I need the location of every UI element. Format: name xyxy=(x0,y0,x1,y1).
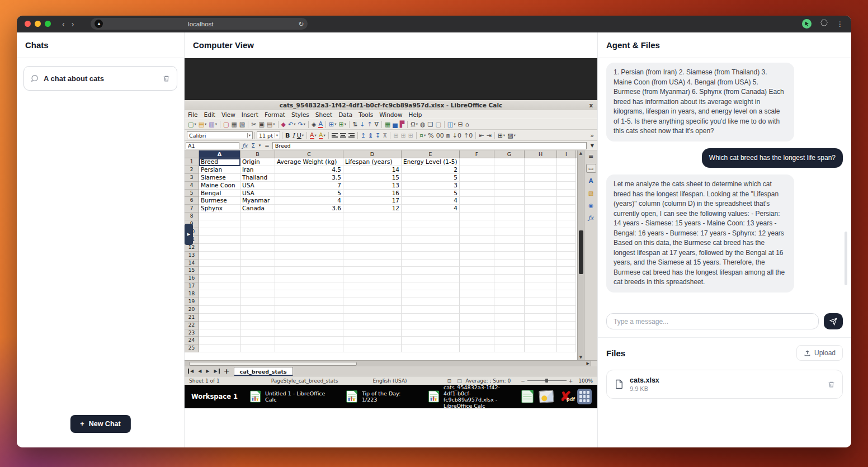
cell-H25[interactable] xyxy=(525,345,557,352)
cell-B21[interactable] xyxy=(240,314,275,322)
cell-F1[interactable] xyxy=(460,158,494,166)
increase-indent-icon[interactable]: ⇥ xyxy=(485,131,492,140)
menu-item[interactable]: Data xyxy=(338,111,352,118)
column-header-H[interactable]: H xyxy=(525,150,557,158)
taskbar-window-button[interactable]: Untitled 1 - LibreOffice Calc xyxy=(246,386,338,407)
cell-G25[interactable] xyxy=(494,345,525,352)
cell-G14[interactable] xyxy=(494,260,525,267)
cell-D5[interactable]: 16 xyxy=(343,190,402,197)
row-header-6[interactable]: 6 xyxy=(185,197,199,205)
cell-H10[interactable] xyxy=(525,228,557,236)
cell-B6[interactable]: Myanmar xyxy=(240,197,275,205)
cell-H8[interactable] xyxy=(525,213,557,220)
cell-C14[interactable] xyxy=(275,260,343,267)
cell-D22[interactable] xyxy=(343,322,402,329)
cell-E8[interactable] xyxy=(402,213,460,220)
percent-icon[interactable]: % xyxy=(427,131,435,140)
delete-file-icon[interactable] xyxy=(828,381,835,388)
cell-D11[interactable] xyxy=(343,236,402,244)
file-card[interactable]: cats.xlsx 9.9 KB xyxy=(606,370,843,399)
cell-A9[interactable] xyxy=(199,220,240,228)
cell-G12[interactable] xyxy=(494,244,525,252)
cell-B11[interactable] xyxy=(240,236,275,244)
cell-I3[interactable] xyxy=(557,174,576,182)
row-header-1[interactable]: 1 xyxy=(185,158,199,166)
highlight-color-icon[interactable]: A▾ xyxy=(318,131,327,140)
cell-H24[interactable] xyxy=(525,337,557,345)
open-icon[interactable]: ▤▾ xyxy=(197,120,208,129)
cell-C23[interactable] xyxy=(275,329,343,337)
paste-icon[interactable]: ▤▾ xyxy=(266,120,276,129)
cell-A3[interactable]: Siamese xyxy=(199,174,240,182)
cell-H7[interactable] xyxy=(525,205,557,213)
horizontal-scrollbar[interactable]: ▶ xyxy=(185,360,597,366)
row-header-4[interactable]: 4 xyxy=(185,182,199,190)
cell-B8[interactable] xyxy=(240,213,275,220)
cell-A22[interactable] xyxy=(199,322,240,329)
center-vertically-icon[interactable]: ↨ xyxy=(367,131,374,140)
cell-C22[interactable] xyxy=(275,322,343,329)
column-header-F[interactable]: F xyxy=(460,150,494,158)
cell-F25[interactable] xyxy=(460,345,494,352)
cell-B5[interactable]: USA xyxy=(240,190,275,197)
cell-E17[interactable] xyxy=(402,282,460,290)
cell-C18[interactable] xyxy=(275,290,343,298)
cell-B3[interactable]: Thailand xyxy=(240,174,275,182)
align-top-icon[interactable]: ↥ xyxy=(360,131,367,140)
cell-D12[interactable] xyxy=(343,244,402,252)
cell-I19[interactable] xyxy=(557,298,576,306)
cell-F3[interactable] xyxy=(460,174,494,182)
font-name-combo[interactable]: Calibri▾ xyxy=(187,131,253,139)
cell-E10[interactable] xyxy=(402,228,460,236)
cell-C6[interactable]: 4 xyxy=(275,197,343,205)
cell-B14[interactable] xyxy=(240,260,275,267)
unmerge-icon[interactable]: ⊞ xyxy=(407,131,414,140)
sidebar-navigator-icon[interactable]: ◉ xyxy=(586,201,596,210)
cell-D17[interactable] xyxy=(343,282,402,290)
cell-H23[interactable] xyxy=(525,329,557,337)
cell-H16[interactable] xyxy=(525,275,557,282)
language[interactable]: English (USA) xyxy=(373,378,407,384)
cell-H11[interactable] xyxy=(525,236,557,244)
function-wizard-icon[interactable]: ƒx xyxy=(241,143,248,149)
menu-item[interactable]: View xyxy=(221,111,235,118)
cell-C4[interactable]: 7 xyxy=(275,182,343,190)
row-header-5[interactable]: 5 xyxy=(185,190,199,197)
cell-E18[interactable] xyxy=(402,290,460,298)
cell-A21[interactable] xyxy=(199,314,240,322)
sort-ascending-icon[interactable]: ↓ xyxy=(358,120,366,129)
export-pdf-icon[interactable]: ▢ xyxy=(222,120,230,129)
first-sheet-icon[interactable]: ◀ xyxy=(188,369,196,374)
cell-D20[interactable] xyxy=(343,306,402,314)
cell-C8[interactable] xyxy=(275,213,343,220)
bold-icon[interactable]: B xyxy=(284,131,291,140)
new-chat-button[interactable]: + New Chat xyxy=(70,415,130,433)
cell-A12[interactable] xyxy=(199,244,240,252)
cell-F15[interactable] xyxy=(460,267,494,275)
cell-G4[interactable] xyxy=(494,182,525,190)
row-header-22[interactable]: 22 xyxy=(185,322,199,329)
equals-icon[interactable]: = xyxy=(263,143,270,149)
sidebar-gallery-icon[interactable]: ▨ xyxy=(586,188,596,197)
cell-E23[interactable] xyxy=(402,329,460,337)
cell-I2[interactable] xyxy=(557,166,576,174)
row-header-2[interactable]: 2 xyxy=(185,166,199,174)
chat-list-item[interactable]: A chat about cats xyxy=(23,66,177,91)
menu-item[interactable]: Format xyxy=(265,111,285,118)
cell-F10[interactable] xyxy=(460,228,494,236)
tray-calc-icon[interactable] xyxy=(520,389,535,404)
menu-item[interactable]: File xyxy=(188,111,198,118)
row-header-15[interactable]: 15 xyxy=(185,267,199,275)
cell-G21[interactable] xyxy=(494,314,525,322)
cut-icon[interactable]: ✂ xyxy=(250,120,257,129)
message-input[interactable] xyxy=(606,313,819,329)
cell-B22[interactable] xyxy=(240,322,275,329)
align-bottom-icon[interactable]: ↧ xyxy=(374,131,381,140)
cell-B19[interactable] xyxy=(240,298,275,306)
cell-E11[interactable] xyxy=(402,236,460,244)
remote-screen[interactable]: cats_954832a3-1f42-4df1-b0cf-fc9cb89a957… xyxy=(185,58,597,408)
cell-B7[interactable]: Canada xyxy=(240,205,275,213)
row-header-8[interactable]: 8 xyxy=(185,213,199,220)
cell-F19[interactable] xyxy=(460,298,494,306)
cell-I14[interactable] xyxy=(557,260,576,267)
